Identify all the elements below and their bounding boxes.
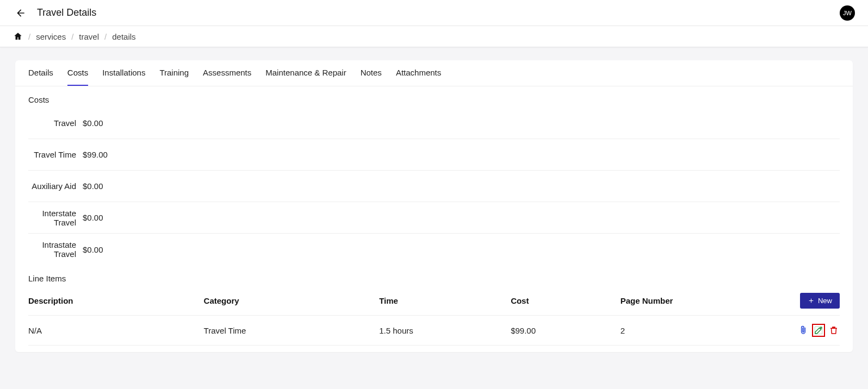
cell-category: Travel Time bbox=[204, 326, 380, 335]
line-items-header: Description Category Time Cost Page Numb… bbox=[28, 286, 840, 316]
cost-row-travel-time: Travel Time $99.00 bbox=[28, 139, 840, 171]
breadcrumb-home[interactable] bbox=[13, 32, 23, 41]
plus-icon bbox=[808, 297, 815, 304]
topbar: Travel Details JW bbox=[0, 0, 868, 26]
card: Details Costs Installations Training Ass… bbox=[15, 60, 853, 352]
cost-label: Auxiliary Aid bbox=[28, 181, 83, 191]
col-description: Description bbox=[28, 296, 204, 305]
row-actions bbox=[774, 324, 840, 336]
col-page-number: Page Number bbox=[621, 296, 774, 305]
cost-label: Intrastate Travel bbox=[28, 240, 83, 259]
new-button-label: New bbox=[818, 297, 832, 305]
delete-button[interactable] bbox=[828, 324, 840, 336]
cost-label: Interstate Travel bbox=[28, 209, 83, 227]
cost-value: $0.00 bbox=[83, 118, 103, 128]
cost-label: Travel bbox=[28, 118, 83, 128]
attach-button[interactable] bbox=[797, 324, 809, 336]
cost-row-auxiliary: Auxiliary Aid $0.00 bbox=[28, 171, 840, 202]
col-category: Category bbox=[204, 296, 380, 305]
line-items: Description Category Time Cost Page Numb… bbox=[15, 286, 853, 346]
breadcrumb-services[interactable]: services bbox=[36, 32, 66, 41]
breadcrumb: / services / travel / details bbox=[0, 26, 868, 47]
cell-page-number: 2 bbox=[621, 326, 774, 335]
tab-notes[interactable]: Notes bbox=[361, 60, 382, 86]
line-items-title: Line Items bbox=[15, 265, 853, 286]
cost-row-travel: Travel $0.00 bbox=[28, 108, 840, 139]
cost-value: $99.00 bbox=[83, 150, 108, 159]
cost-value: $0.00 bbox=[83, 181, 103, 191]
breadcrumb-sep: / bbox=[71, 32, 73, 41]
breadcrumb-sep: / bbox=[104, 32, 107, 41]
new-button[interactable]: New bbox=[800, 293, 840, 309]
col-actions: New bbox=[774, 293, 840, 309]
cost-value: $0.00 bbox=[83, 245, 103, 254]
paperclip-icon bbox=[798, 325, 808, 335]
page-title: Travel Details bbox=[37, 7, 96, 18]
tab-assessments[interactable]: Assessments bbox=[203, 60, 251, 86]
breadcrumb-travel[interactable]: travel bbox=[79, 32, 99, 41]
edit-button[interactable] bbox=[813, 324, 824, 336]
back-button[interactable] bbox=[13, 5, 28, 21]
topbar-left: Travel Details bbox=[13, 5, 96, 21]
cost-value: $0.00 bbox=[83, 213, 103, 222]
tab-details[interactable]: Details bbox=[28, 60, 53, 86]
cost-row-interstate: Interstate Travel $0.00 bbox=[28, 202, 840, 234]
col-cost: Cost bbox=[511, 296, 621, 305]
breadcrumb-details[interactable]: details bbox=[112, 32, 135, 41]
cell-time: 1.5 hours bbox=[379, 326, 511, 335]
trash-icon bbox=[829, 325, 839, 335]
costs-grid: Travel $0.00 Travel Time $99.00 Auxiliar… bbox=[15, 108, 853, 265]
tab-maintenance[interactable]: Maintenance & Repair bbox=[265, 60, 346, 86]
arrow-left-icon bbox=[15, 8, 26, 18]
pencil-square-icon bbox=[814, 325, 823, 335]
home-icon bbox=[13, 32, 23, 41]
tab-installations[interactable]: Installations bbox=[102, 60, 145, 86]
costs-title: Costs bbox=[15, 86, 853, 108]
line-item-row: N/A Travel Time 1.5 hours $99.00 2 bbox=[28, 316, 840, 346]
tab-training[interactable]: Training bbox=[159, 60, 189, 86]
cost-row-intrastate: Intrastate Travel $0.00 bbox=[28, 234, 840, 265]
tab-costs[interactable]: Costs bbox=[67, 60, 88, 86]
cost-label: Travel Time bbox=[28, 150, 83, 159]
cell-description: N/A bbox=[28, 326, 204, 335]
tab-attachments[interactable]: Attachments bbox=[396, 60, 441, 86]
content: Details Costs Installations Training Ass… bbox=[0, 47, 868, 365]
cell-cost: $99.00 bbox=[511, 326, 621, 335]
breadcrumb-sep: / bbox=[28, 32, 30, 41]
avatar[interactable]: JW bbox=[840, 5, 855, 21]
tabs: Details Costs Installations Training Ass… bbox=[15, 60, 853, 86]
col-time: Time bbox=[379, 296, 511, 305]
